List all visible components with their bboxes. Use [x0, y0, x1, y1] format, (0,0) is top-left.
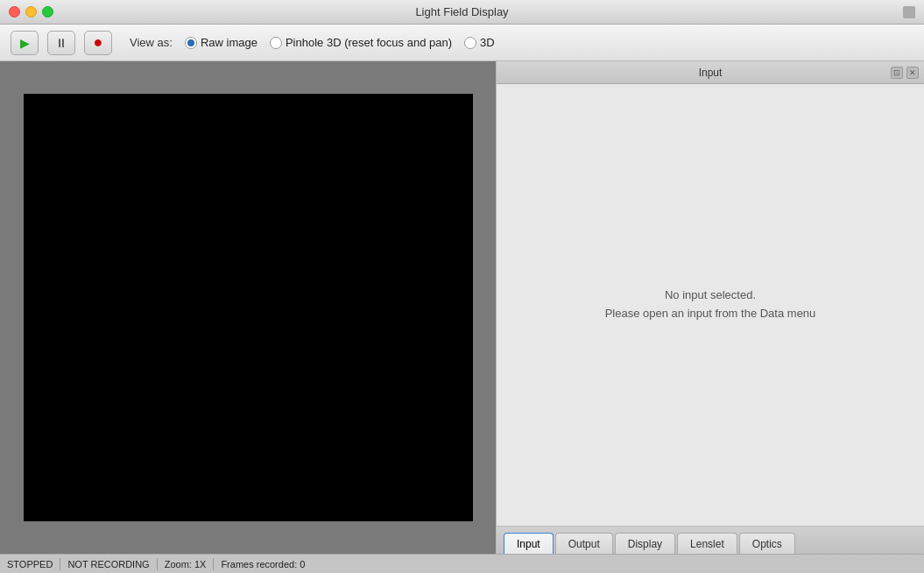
- view-mode-radio-group: Raw image Pinhole 3D (reset focus and pa…: [185, 36, 495, 49]
- video-canvas: [24, 94, 473, 521]
- radio-3d-label: 3D: [480, 36, 495, 49]
- resize-icon: [903, 6, 915, 18]
- maximize-button[interactable]: [42, 6, 53, 18]
- toolbar: ▶ ⏸ ● View as: Raw image Pinhole 3D (res…: [0, 25, 924, 61]
- title-bar-right: [903, 6, 915, 18]
- panel-controls: ⊡ ✕: [891, 67, 919, 79]
- radio-3d-circle: [464, 37, 476, 49]
- main-content: Input ⊡ ✕ No input selected. Please open…: [0, 61, 924, 554]
- tab-bar: Input Output Display Lenslet Optics: [497, 526, 924, 554]
- panel-content: No input selected. Please open an input …: [497, 84, 924, 526]
- play-button[interactable]: ▶: [11, 31, 39, 55]
- status-frames-recorded: Frames recorded: 0: [221, 559, 305, 569]
- window-title: Light Field Display: [415, 5, 508, 18]
- radio-pinhole-circle: [270, 37, 282, 49]
- tab-optics[interactable]: Optics: [739, 533, 795, 554]
- no-input-line2: Please open an input from the Data menu: [605, 305, 816, 323]
- no-input-message: No input selected. Please open an input …: [605, 286, 816, 323]
- status-zoom: Zoom: 1X: [165, 559, 207, 569]
- no-input-line1: No input selected.: [605, 286, 816, 305]
- traffic-lights: [9, 6, 53, 18]
- radio-raw-image[interactable]: Raw image: [185, 36, 257, 49]
- panel-restore-button[interactable]: ⊡: [891, 67, 903, 79]
- radio-raw-circle: [185, 37, 197, 49]
- pause-button[interactable]: ⏸: [47, 31, 75, 55]
- status-bar: STOPPED NOT RECORDING Zoom: 1X Frames re…: [0, 554, 924, 573]
- right-panel: Input ⊡ ✕ No input selected. Please open…: [496, 61, 924, 554]
- status-divider-3: [213, 558, 214, 570]
- record-button[interactable]: ●: [84, 31, 112, 55]
- status-divider-2: [157, 558, 158, 570]
- tab-display[interactable]: Display: [615, 533, 675, 554]
- radio-raw-label: Raw image: [201, 36, 257, 49]
- title-bar: Light Field Display: [0, 0, 924, 25]
- status-divider-1: [60, 558, 60, 570]
- panel-title-bar: Input ⊡ ✕: [497, 61, 924, 84]
- close-button[interactable]: [9, 6, 20, 18]
- status-not-recording: NOT RECORDING: [67, 559, 149, 569]
- radio-pinhole-3d[interactable]: Pinhole 3D (reset focus and pan): [270, 36, 452, 49]
- left-panel: [0, 61, 496, 554]
- radio-3d[interactable]: 3D: [464, 36, 495, 49]
- panel-title: Input: [699, 67, 723, 79]
- tab-lenslet[interactable]: Lenslet: [677, 533, 737, 554]
- view-as-label: View as:: [130, 36, 173, 49]
- panel-close-button[interactable]: ✕: [906, 67, 919, 79]
- minimize-button[interactable]: [25, 6, 37, 18]
- radio-pinhole-label: Pinhole 3D (reset focus and pan): [286, 36, 452, 49]
- tab-input[interactable]: Input: [504, 533, 554, 554]
- status-stopped: STOPPED: [7, 559, 53, 569]
- tab-output[interactable]: Output: [555, 533, 613, 554]
